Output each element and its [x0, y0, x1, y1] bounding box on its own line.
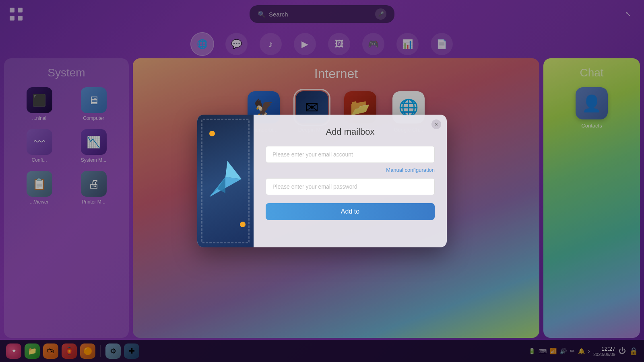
- add-mailbox-modal: × Add mailbox Manual configuration Add t…: [197, 115, 447, 247]
- add-to-button[interactable]: Add to: [266, 203, 435, 220]
- orange-dot-top: [209, 131, 215, 136]
- manual-config-link[interactable]: Manual configuration: [386, 167, 435, 173]
- manual-config-link-wrap: Manual configuration: [266, 166, 435, 173]
- svg-marker-6: [225, 161, 242, 179]
- email-account-input[interactable]: [266, 146, 435, 163]
- modal-overlay: × Add mailbox Manual configuration Add t…: [0, 0, 644, 362]
- modal-form: × Add mailbox Manual configuration Add t…: [254, 115, 447, 247]
- modal-illustration: [197, 115, 254, 247]
- email-password-input[interactable]: [266, 178, 435, 195]
- desktop: 🔍 Search 🎤 ⤡ 🌐 💬 ♪ ▶ 🖼 🎮 📊 📄 System ⬛ ..…: [0, 0, 644, 362]
- modal-close-button[interactable]: ×: [431, 119, 441, 129]
- orange-dot-bottom: [240, 222, 246, 227]
- modal-title: Add mailbox: [266, 127, 435, 137]
- paper-plane-icon: [205, 157, 246, 205]
